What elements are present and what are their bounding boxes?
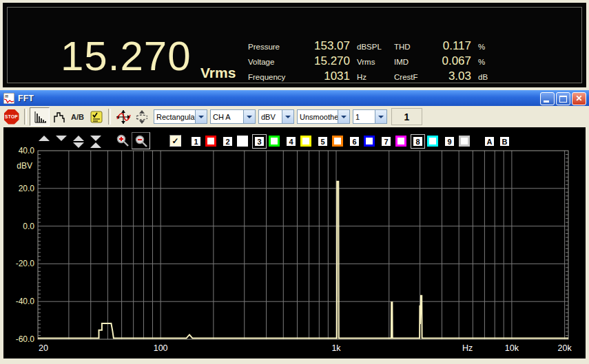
meter-unit: dBSPL [353,43,391,51]
y-tick-label: -60.0 [16,334,35,344]
x-tick-label: 100 [154,343,168,353]
meter-unit: Vrms [353,58,391,66]
minimize-icon [544,100,549,103]
window-title: FFT [18,94,34,103]
stop-icon: STOP [4,109,19,125]
toolbar-dropdowns: RectangularCH AdBVUnsmoothed1 [154,109,390,124]
y-tick-label: 20.0 [19,184,35,193]
dropdown-window-function[interactable]: Rectangular [154,109,207,124]
dropdown-smoothing[interactable]: Unsmoothed [297,109,350,124]
close-button[interactable]: ✕ [572,92,586,105]
y-tick-label: -20.0 [16,259,35,268]
oscilloscope-axes-icon [116,109,131,125]
chevron-down-icon[interactable] [195,110,207,123]
fft-spectrum-view-button[interactable] [30,107,50,126]
y-tick-label: 40.0 [19,146,35,156]
dropdown-magnitude-unit-value: dBV [259,113,282,121]
x-tick-label: 20 [39,343,48,353]
meter-label: THD [394,43,426,51]
meter-value: 3.03 [428,69,471,83]
meter-label: Voltage [248,58,299,66]
dropdown-magnitude-unit[interactable]: dBV [258,109,294,124]
octave-band-view-button[interactable] [50,108,68,125]
toolbar: STOP A/B [0,106,589,127]
chevron-down-icon[interactable] [338,110,349,123]
octave-steps-icon [52,110,66,124]
x-axis-unit-label: Hz [462,343,473,353]
checklist-icon [90,111,103,123]
spectrum-bars-icon [33,110,47,124]
meter-readout-grid: Pressure153.07dBSPLTHD0.117%Voltage15.27… [248,39,497,85]
x-tick-label: 10k [505,343,519,353]
maximize-icon [559,96,567,103]
x-tick-label: 1k [331,343,341,353]
svg-text:fft: fft [5,94,8,98]
meter-value: 1031 [302,69,350,83]
title-bar[interactable]: fft FFT ✕ [0,90,589,106]
chevron-down-icon[interactable] [243,110,255,123]
meter-label: IMD [394,58,426,66]
dropdown-channel[interactable]: CH A [210,109,256,124]
y-tick-label: -40.0 [16,297,35,306]
meter-unit: % [474,43,497,51]
meter-unit: % [474,58,497,66]
meter-panel: 15.270 Vrms Pressure153.07dBSPLTHD0.117%… [3,3,586,87]
measurement-setup-button[interactable] [87,108,105,125]
y-tick-label: 0.0 [23,222,34,231]
meter-label: CrestF [394,73,426,81]
fft-app-icon: fft [3,93,14,104]
x-tick-label: 20k [558,343,572,353]
meter-value: 0.067 [428,54,471,68]
meter-value: 0.117 [428,39,471,53]
meter-unit: dB [474,73,497,81]
fit-range-button[interactable] [132,108,151,125]
meter-value: 153.07 [302,39,350,53]
main-voltage-readout: 15.270 [61,36,192,77]
dropdown-smoothing-value: Unsmoothed [298,113,338,121]
spectrum-trace [38,182,568,339]
dropdown-window-function-value: Rectangular [154,113,195,121]
toolbar-separator [108,109,111,125]
stop-button[interactable]: STOP [3,108,20,125]
chevron-down-icon[interactable] [375,110,386,123]
close-icon: ✕ [572,93,586,105]
meter-unit: Hz [353,73,391,81]
dropdown-averages-value: 1 [353,113,375,121]
ab-icon: A/B [71,113,84,121]
dropdown-averages[interactable]: 1 [353,109,387,124]
time-record-button[interactable] [114,108,132,125]
meter-value: 15.270 [302,54,350,68]
minimize-button[interactable] [540,92,555,105]
plot-area: ✓ 123456789AB 40.020.00.0-20.0-40.0-60.0… [3,127,586,358]
ab-compare-button[interactable]: A/B [68,108,87,125]
toolbar-separator [24,109,27,125]
fit-vertical-icon [134,109,149,125]
meter-label: Pressure [248,43,299,51]
chevron-down-icon[interactable] [282,110,293,123]
average-counter: 1 [391,108,422,125]
fft-window: fft FFT ✕ STOP A/B [0,89,589,364]
main-voltage-unit: Vrms [200,65,236,81]
dropdown-channel-value: CH A [211,113,243,121]
meter-label: Frequency [248,73,299,81]
y-axis-unit-label: dBV [17,161,32,171]
fft-spectrum-chart[interactable]: 40.020.00.0-20.0-40.0-60.0dBV201001k10k2… [3,127,586,358]
maximize-button[interactable] [556,92,570,105]
